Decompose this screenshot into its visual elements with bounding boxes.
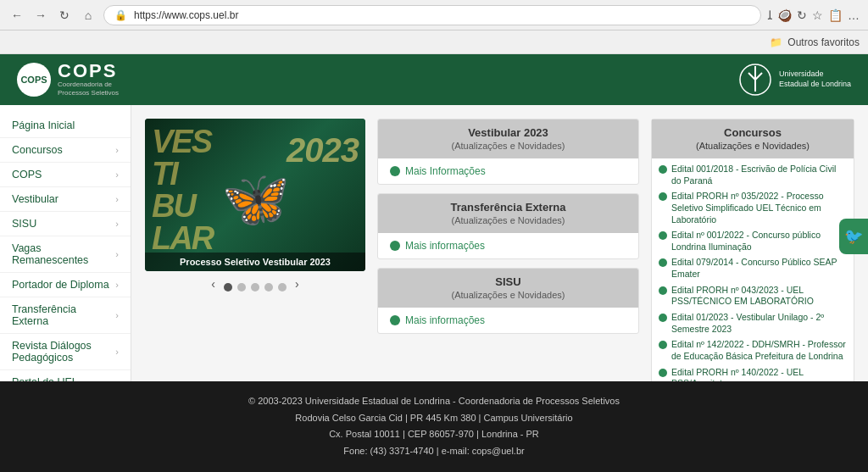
concursos-column: Concursos (Atualizações e Novidades) Edi… — [651, 119, 854, 368]
concursos-subtitle: (Atualizações e Novidades) — [696, 141, 810, 151]
concurso-item-8[interactable]: Edital PRORH nº 140/2022 - UEL PSS/Arqui… — [659, 367, 847, 381]
slider-dot-1[interactable] — [224, 283, 232, 292]
transferencia-card: Transferência Externa (Atualizações e No… — [377, 193, 639, 259]
concurso-item-7[interactable]: Edital nº 142/2022 - DDH/SMRH - Professo… — [659, 339, 847, 362]
footer-line1: © 2003-2023 Universidade Estadual de Lon… — [12, 393, 856, 410]
concurso-item-3[interactable]: Edital nº 001/2022 - Concurso público Lo… — [659, 230, 847, 253]
footer-line2: Rodovia Celso Garcia Cid | PR 445 Km 380… — [12, 410, 856, 427]
favorites-bar: 📁 Outros favoritos — [0, 31, 868, 54]
cops-subtitle-2: Processos Seletivos — [58, 89, 119, 97]
concursos-list: Edital 001/2018 - Escrivão de Polícia Ci… — [652, 158, 854, 381]
slider-dot-4[interactable] — [264, 283, 273, 292]
slider-next-arrow[interactable]: › — [295, 277, 299, 291]
site-footer: © 2003-2023 Universidade Estadual de Lon… — [0, 381, 868, 472]
sidebar-item-transferencia[interactable]: Transferência Externa › — [0, 297, 131, 334]
uel-logo: Universidade Estadual de Londrina — [738, 63, 851, 97]
back-button[interactable]: ← — [8, 7, 25, 24]
middle-column: Vestibular 2023 (Atualizações e Novidade… — [377, 119, 639, 368]
site-wrapper: COPS COPS Coordenadoria de Processos Sel… — [0, 54, 868, 472]
url-bar[interactable]: 🔒 https://www.cops.uel.br — [103, 5, 761, 25]
content-area: VESTIBULAR 2023 🦋 Processo Seletivo Vest… — [131, 105, 868, 381]
concurso-label-2: Edital PRORH nº 035/2022 - Processo Sele… — [671, 191, 847, 225]
chevron-right-icon: › — [115, 145, 119, 155]
slider-vestibular-text: VESTIBULAR — [152, 125, 213, 254]
sidebar-label-cops: COPS — [12, 169, 42, 180]
slider-dot-2[interactable] — [237, 283, 246, 292]
green-dot-icon-2 — [390, 241, 400, 251]
concurso-label-8: Edital PRORH nº 140/2022 - UEL PSS/Arqui… — [671, 367, 847, 381]
cops-subtitle-1: Coordenadoria de — [58, 81, 119, 89]
cops-logo-text: COPS — [20, 75, 47, 85]
browser-chrome: ← → ↻ ⌂ 🔒 https://www.cops.uel.br ﻠ 🥥 ↻ … — [0, 0, 868, 31]
sidebar-item-vestibular[interactable]: Vestibular › — [0, 187, 131, 212]
sidebar-label-revista: Revista Diálogos Pedagógicos — [12, 340, 115, 364]
more-icon[interactable]: … — [848, 8, 860, 22]
forward-button[interactable]: → — [32, 7, 49, 24]
sidebar-item-portador[interactable]: Portador de Diploma › — [0, 273, 131, 297]
slider-column: VESTIBULAR 2023 🦋 Processo Seletivo Vest… — [145, 119, 365, 368]
slider-dot-3[interactable] — [251, 283, 259, 292]
vestibular-mais-info-link[interactable]: Mais Informações — [405, 165, 486, 177]
sisu-card-body: Mais informações — [378, 308, 638, 333]
concursos-header: Concursos (Atualizações e Novidades) — [652, 119, 854, 158]
extensions-icon[interactable]: 🥥 — [777, 8, 792, 22]
sidebar-item-portal-uel[interactable]: Portal da UEL — [0, 370, 131, 381]
collections-icon[interactable]: 📋 — [828, 8, 843, 22]
concurso-item-6[interactable]: Edital 01/2023 - Vestibular Unilago - 2º… — [659, 312, 847, 335]
sisu-card: SISU (Atualizações e Novidades) Mais inf… — [377, 268, 639, 334]
favorites-label[interactable]: Outros favoritos — [787, 36, 860, 48]
browser-actions: ﻠ 🥥 ↻ ☆ 📋 … — [768, 8, 860, 22]
concurso-item-1[interactable]: Edital 001/2018 - Escrivão de Polícia Ci… — [659, 164, 847, 186]
concurso-item-2[interactable]: Edital PRORH nº 035/2022 - Processo Sele… — [659, 191, 847, 225]
chevron-right-icon: › — [115, 249, 119, 259]
green-dot-icon — [390, 166, 400, 176]
transferencia-card-body: Mais informações — [378, 233, 638, 258]
slider-dot-5[interactable] — [278, 283, 287, 292]
sidebar-label-pagina-inicial: Página Inicial — [12, 119, 75, 131]
svg-line-2 — [748, 73, 755, 80]
reload-button[interactable]: ↻ — [56, 7, 73, 24]
read-mode-icon[interactable]: ﻠ — [768, 8, 772, 22]
sidebar-item-sisu[interactable]: SISU › — [0, 212, 131, 236]
vestibular-card-body: Mais Informações — [378, 158, 638, 184]
cops-logo: COPS COPS Coordenadoria de Processos Sel… — [17, 62, 119, 98]
sidebar-label-transferencia: Transferência Externa — [12, 303, 115, 327]
concurso-label-7: Edital nº 142/2022 - DDH/SMRH - Professo… — [671, 339, 847, 362]
concurso-label-1: Edital 001/2018 - Escrivão de Polícia Ci… — [671, 164, 847, 186]
concurso-label-4: Edital 079/2014 - Concurso Público SEAP … — [671, 257, 847, 280]
footer-line3: Cx. Postal 10011 | CEP 86057-970 | Londr… — [12, 426, 856, 443]
slider-dots — [224, 283, 287, 292]
sisu-mais-info-link[interactable]: Mais informações — [405, 314, 485, 326]
transferencia-card-header: Transferência Externa (Atualizações e No… — [378, 194, 638, 233]
concurso-dot-icon-7 — [659, 341, 667, 349]
concurso-item-4[interactable]: Edital 079/2014 - Concurso Público SEAP … — [659, 257, 847, 280]
sidebar-item-pagina-inicial[interactable]: Página Inicial — [0, 114, 131, 138]
vestibular-card: Vestibular 2023 (Atualizações e Novidade… — [377, 119, 639, 185]
sidebar-item-concursos[interactable]: Concursos › — [0, 138, 131, 163]
concurso-dot-icon — [659, 165, 667, 174]
favorites-star-icon[interactable]: ☆ — [812, 8, 823, 22]
vestibular-card-title: Vestibular 2023 — [468, 126, 548, 139]
concurso-item-5[interactable]: Edital PRORH nº 043/2023 - UEL PSS/TÉCNI… — [659, 285, 847, 308]
concursos-title: Concursos — [724, 126, 782, 139]
vestibular-card-header: Vestibular 2023 (Atualizações e Novidade… — [378, 119, 638, 158]
moth-illustration: 🦋 — [221, 167, 290, 231]
site-header: COPS COPS Coordenadoria de Processos Sel… — [0, 54, 868, 105]
home-button[interactable]: ⌂ — [80, 7, 97, 24]
footer-line4: Fone: (43) 3371-4740 | e-mail: cops@uel.… — [12, 443, 856, 460]
sisu-card-header: SISU (Atualizações e Novidades) — [378, 269, 638, 308]
sidebar-item-cops[interactable]: COPS › — [0, 163, 131, 187]
slider-prev-arrow[interactable]: ‹ — [211, 277, 215, 291]
slider-caption: Processo Seletivo Vestibular 2023 — [145, 253, 365, 271]
bird-widget[interactable]: 🐦 — [839, 219, 868, 254]
chevron-right-icon: › — [115, 347, 119, 357]
sidebar-item-vagas[interactable]: Vagas Remanescentes › — [0, 236, 131, 273]
concurso-dot-icon-2 — [659, 192, 667, 201]
chevron-right-icon: › — [115, 194, 119, 204]
url-text: https://www.cops.uel.br — [134, 9, 238, 21]
transferencia-mais-info-link[interactable]: Mais informações — [405, 240, 485, 252]
uel-name-2: Estadual de Londrina — [779, 80, 851, 90]
sidebar-item-revista[interactable]: Revista Diálogos Pedagógicos › — [0, 334, 131, 370]
chevron-right-icon: › — [115, 219, 119, 229]
refresh-icon[interactable]: ↻ — [797, 8, 807, 22]
